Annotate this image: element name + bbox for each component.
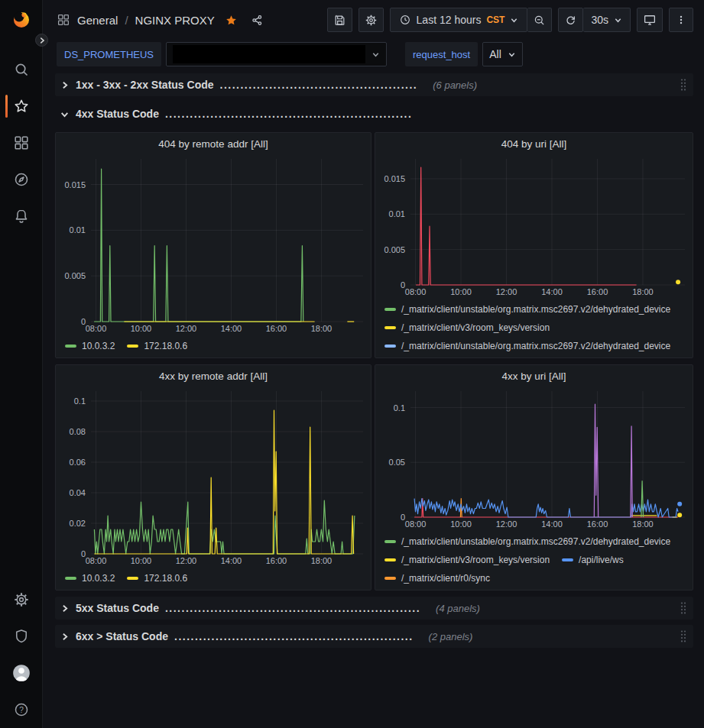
dashboard-title[interactable]: NGINX PROXY [135,14,215,27]
panel-grid: 404 by remote addr [All] 08:0010:0012:00… [55,132,693,590]
dashboard-settings-button[interactable] [358,8,384,32]
y-tick-label: 0 [81,317,86,326]
variable-value-dropdown[interactable]: All [482,42,523,66]
time-controls: Last 12 hours CST [390,8,553,32]
panel-title[interactable]: 4xx by uri [All] [375,365,693,387]
x-tick-label: 16:00 [587,287,608,296]
time-series-chart[interactable]: 08:0010:0012:0014:0016:0018:0000.050.1 [375,387,693,530]
sidebar-item-profile[interactable] [0,665,43,681]
legend-item[interactable]: /_matrix/client/v3/room_keys/version [384,356,550,358]
legend-swatch [384,308,396,311]
refresh-controls: 30s [558,8,631,32]
kebab-menu-button[interactable] [669,8,693,32]
y-tick-label: 0 [401,280,405,290]
save-dashboard-button[interactable] [327,8,352,32]
legend-label: /_matrix/client/unstable/org.matrix.msc2… [401,301,670,318]
zoom-out-time-button[interactable] [527,8,552,32]
legend-item[interactable]: /_matrix/client/unstable/org.matrix.msc2… [384,338,670,354]
legend-label: /_matrix/client/v3/room_keys/version [401,356,550,358]
legend-swatch [562,558,573,561]
panel-legend: 10.0.3.2172.18.0.6 [56,335,371,358]
x-tick-label: 18:00 [311,556,333,565]
row-title[interactable]: 1xx - 3xx - 2xx Status Code [76,79,214,91]
refresh-icon [564,14,577,27]
legend-item[interactable]: /_matrix/client/unstable/org.matrix.msc2… [384,588,670,590]
sidebar-expand-button[interactable] [35,34,48,47]
legend-swatch [127,345,138,348]
time-range-picker[interactable]: Last 12 hours CST [390,8,528,32]
legend-item[interactable]: /_matrix/client/v3/room_keys/version [384,552,550,568]
x-tick-label: 12:00 [496,287,517,296]
zoom-out-icon [533,14,546,27]
tv-mode-button[interactable] [637,8,663,32]
row-6xx[interactable]: 6xx > Status Code ......................… [55,625,693,648]
variable-label: DS_PROMETHEUS [57,42,161,66]
legend-item[interactable]: /_matrix/client/r0/sync [384,570,490,587]
legend-label: 172.18.0.6 [144,570,187,587]
favorite-star-button[interactable] [225,14,238,27]
panel-title[interactable]: 4xx by remote addr [All] [56,365,371,387]
x-tick-label: 16:00 [266,556,287,565]
x-tick-label: 10:00 [131,324,152,333]
refresh-button[interactable] [558,8,583,32]
shield-icon [13,628,30,645]
panel-plot-area[interactable]: 08:0010:0012:0014:0016:0018:0000.0050.01… [56,154,371,335]
panel-plot-area[interactable]: 08:0010:0012:0014:0016:0018:0000.0050.01… [375,154,693,298]
row-drag-handle[interactable] [680,601,687,615]
row-panel-count: (4 panels) [436,603,480,614]
share-button[interactable] [251,14,264,27]
row-drag-handle[interactable] [680,629,687,643]
y-tick-label: 0.04 [70,488,86,497]
y-tick-label: 0.05 [389,458,405,467]
drag-handle-icon [680,601,687,615]
sidebar-item-dashboards[interactable] [0,134,43,151]
sidebar-item-search[interactable] [0,61,43,78]
legend-item[interactable]: 10.0.3.2 [65,570,115,587]
y-tick-label: 0.015 [384,174,405,183]
legend-item[interactable]: /_matrix/client/v3/room_keys/version [384,319,550,336]
legend-item[interactable]: 172.18.0.6 [127,338,187,354]
breadcrumb-folder[interactable]: General [77,14,118,27]
dashboard-variables-bar: DS_PROMETHEUS request_host All [43,40,704,69]
sidebar-item-alerting[interactable] [0,208,43,225]
clock-icon [399,14,411,26]
sidebar-item-explore[interactable] [0,171,43,188]
row-1xx-3xx-2xx[interactable]: 1xx - 3xx - 2xx Status Code ............… [55,73,693,96]
row-title[interactable]: 5xx Status Code [76,602,159,614]
time-series-chart[interactable]: 08:0010:0012:0014:0016:0018:0000.020.040… [56,387,371,567]
time-series-chart[interactable]: 08:0010:0012:0014:0016:0018:0000.0050.01… [56,154,371,335]
legend-label: 172.18.0.6 [144,338,187,354]
legend-label: /_matrix/client/v3/room_keys/version [401,552,550,568]
sidebar-item-starred[interactable] [0,98,43,115]
x-tick-label: 08:00 [86,556,107,565]
panel-plot-area[interactable]: 08:0010:0012:0014:0016:0018:0000.050.1 [375,387,693,530]
legend-item[interactable]: /api/live/ws [562,552,624,568]
dashboard-content: 1xx - 3xx - 2xx Status Code ............… [43,69,704,728]
sidebar-item-server-admin[interactable] [0,628,43,645]
variable-value-dropdown[interactable] [166,42,387,66]
dashboards-grid-icon [13,134,30,151]
legend-label: /_matrix/client/unstable/org.matrix.msc2… [401,338,670,354]
y-tick-label: 0.005 [384,245,405,254]
time-series-chart[interactable]: 08:0010:0012:0014:0016:0018:0000.0050.01… [375,154,693,298]
row-drag-handle[interactable] [680,78,687,92]
panel-plot-area[interactable]: 08:0010:0012:0014:0016:0018:0000.020.040… [56,387,371,567]
sidebar-item-configuration[interactable] [0,591,43,608]
sidebar: ? [0,0,43,728]
y-tick-label: 0.005 [64,271,86,280]
legend-item[interactable]: /sw.js [562,356,601,358]
refresh-interval-picker[interactable]: 30s [583,8,631,32]
legend-item[interactable]: /_matrix/client/unstable/org.matrix.msc2… [384,533,670,550]
series-point [676,280,680,284]
legend-item[interactable]: /_matrix/client/unstable/org.matrix.msc2… [384,301,670,318]
row-4xx[interactable]: 4xx Status Code ........................… [55,102,693,125]
panel-title[interactable]: 404 by uri [All] [375,133,693,154]
sidebar-item-help[interactable]: ? [0,701,43,718]
row-title[interactable]: 6xx > Status Code [76,630,168,642]
legend-item[interactable]: 172.18.0.6 [127,570,187,587]
row-5xx[interactable]: 5xx Status Code ........................… [55,597,693,620]
row-title[interactable]: 4xx Status Code [76,108,159,120]
grafana-logo[interactable] [11,9,31,29]
legend-item[interactable]: 10.0.3.2 [65,338,115,354]
panel-title[interactable]: 404 by remote addr [All] [56,133,371,154]
